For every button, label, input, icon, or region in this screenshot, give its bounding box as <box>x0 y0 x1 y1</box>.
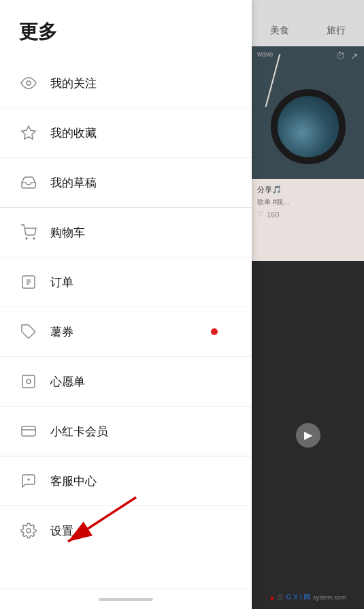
menu-item-cart[interactable]: 购物车 <box>0 208 252 257</box>
svg-point-2 <box>26 238 27 239</box>
site-brand: G X I 网 <box>286 593 311 602</box>
site-url: system.com <box>313 594 346 601</box>
card-icons: ⏱ ↗ <box>335 50 359 61</box>
menu-item-drafts[interactable]: 我的草稿 <box>0 158 252 207</box>
menu-label-support: 客服中心 <box>50 473 97 489</box>
menu-label-wishlist: 心愿单 <box>50 374 85 390</box>
left-panel: 更多 我的关注 我的收藏 我的草稿 <box>0 0 252 609</box>
nav-tab-food[interactable]: 美食 <box>266 22 293 40</box>
membership-icon <box>19 422 38 441</box>
share-icon: ↗ <box>350 50 359 61</box>
svg-point-13 <box>28 479 29 480</box>
menu-label-orders: 订单 <box>50 275 73 290</box>
cart-icon <box>19 223 38 242</box>
right-top-nav: 美食 旅行 <box>252 0 364 46</box>
menu-item-wishlist[interactable]: 心愿单 <box>0 357 252 406</box>
home-indicator <box>99 598 153 601</box>
page-title: 更多 <box>0 0 252 59</box>
settings-icon <box>19 521 38 540</box>
menu-item-favorites[interactable]: 我的收藏 <box>0 108 252 157</box>
right-card-mid: 分享🎵 歌单 #我… ♡ 160 <box>252 179 364 261</box>
orders-icon <box>19 272 38 292</box>
menu-label-vouchers: 薯券 <box>50 324 73 340</box>
timer-icon: ⏱ <box>335 50 345 61</box>
svg-marker-1 <box>22 126 35 139</box>
eye-icon <box>19 74 38 93</box>
support-icon <box>19 471 38 490</box>
card-label: wave <box>257 50 273 58</box>
menu-item-orders[interactable]: 订单 <box>0 257 252 307</box>
circle-window <box>271 89 346 164</box>
svg-point-10 <box>27 379 31 384</box>
like-count-area: ♡ 160 <box>257 210 359 219</box>
svg-point-14 <box>27 529 31 533</box>
heart-icon: ♡ <box>257 210 264 219</box>
menu-item-settings[interactable]: 设置 <box>0 506 252 555</box>
menu-label-cart: 购物车 <box>50 225 85 240</box>
svg-rect-11 <box>22 426 35 436</box>
notification-dot: ● <box>270 594 274 602</box>
menu-label-settings: 设置 <box>50 523 73 539</box>
watermark-area: ● 息 G X I 网 system.com <box>252 593 364 602</box>
play-button[interactable]: ▶ <box>296 423 320 448</box>
right-card-top: wave ⏱ ↗ <box>252 46 364 179</box>
wave-decoration <box>265 54 281 107</box>
menu-label-follow: 我的关注 <box>50 76 97 91</box>
inbox-icon <box>19 173 38 192</box>
menu-label-membership: 小红卡会员 <box>50 424 108 439</box>
like-count: 160 <box>267 210 279 219</box>
svg-point-3 <box>33 238 35 239</box>
svg-point-0 <box>27 81 31 85</box>
right-card-bot: ▶ <box>252 261 364 609</box>
nav-tab-travel[interactable]: 旅行 <box>322 22 350 40</box>
voucher-badge <box>211 328 218 335</box>
star-icon <box>19 123 38 142</box>
svg-rect-9 <box>22 375 35 388</box>
menu-item-membership[interactable]: 小红卡会员 <box>0 407 252 456</box>
menu-label-drafts: 我的草稿 <box>50 175 97 191</box>
menu-label-favorites: 我的收藏 <box>50 125 97 141</box>
share-subtext: 歌单 #我… <box>257 198 359 207</box>
wishlist-icon <box>19 372 38 391</box>
watermark-label: 息 <box>277 593 284 602</box>
right-panel: 美食 旅行 wave ⏱ ↗ 分享🎵 歌单 #我… ♡ 160 ▶ ● 息 G … <box>252 0 364 609</box>
bottom-bar <box>0 589 252 609</box>
menu-item-follow[interactable]: 我的关注 <box>0 59 252 108</box>
voucher-icon <box>19 322 38 341</box>
share-text: 分享🎵 <box>257 185 359 195</box>
menu-item-vouchers[interactable]: 薯券 <box>0 307 252 356</box>
menu-item-support[interactable]: 客服中心 <box>0 456 252 505</box>
